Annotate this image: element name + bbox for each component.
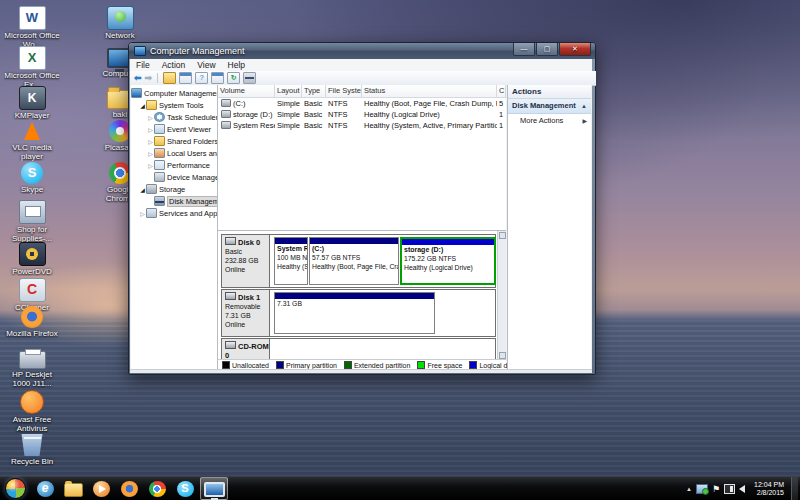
volume-row-storage-d[interactable]: storage (D:) Simple Basic NTFS Healthy (…	[218, 109, 506, 120]
desktop-icon-word[interactable]: Microsoft Office Wo...	[4, 6, 60, 49]
help-icon[interactable]: ?	[195, 72, 208, 84]
device-manager-icon	[154, 172, 165, 182]
show-window-icon[interactable]	[179, 72, 192, 84]
desktop-icon-vlc[interactable]: VLC media player	[4, 120, 60, 161]
expander-closed-icon[interactable]: ▷	[147, 138, 154, 145]
volume-layout: Simple	[275, 120, 302, 131]
console-tree-icon[interactable]	[163, 72, 176, 84]
desktop-icon-recycle-bin[interactable]: Recycle Bin	[4, 434, 60, 466]
expander-closed-icon[interactable]: ▷	[147, 114, 154, 121]
tree-item-services-applications[interactable]: ▷ Services and Applications	[131, 207, 217, 219]
desktop-icon-network[interactable]: Network	[92, 6, 148, 40]
drive-icon	[221, 110, 231, 118]
back-icon[interactable]: ⬅	[134, 73, 142, 83]
tree-label: Services and Applications	[159, 209, 218, 218]
maximize-button[interactable]: ▢	[536, 43, 558, 56]
tree-item-storage[interactable]: ◢ Storage	[131, 183, 217, 195]
volume-fs: NTFS	[326, 109, 362, 120]
taskbar-windows-explorer[interactable]	[60, 478, 86, 499]
actions-section-disk-management[interactable]: Disk Management ▲	[508, 99, 591, 114]
taskbar-skype[interactable]: S	[172, 478, 198, 499]
volume-row-system-reserved[interactable]: System Reserved Simple Basic NTFS Health…	[218, 120, 506, 131]
volume-name: (C:)	[218, 98, 275, 109]
taskbar-chrome[interactable]	[144, 478, 170, 499]
desktop-icon-kmplayer[interactable]: KMPlayer	[4, 86, 60, 120]
tree-item-disk-management[interactable]: Disk Management	[131, 195, 217, 207]
taskbar-computer-management-active[interactable]	[200, 477, 228, 500]
tree-label: Shared Folders	[167, 137, 218, 146]
network-tray-icon[interactable]	[696, 484, 708, 494]
tree-item-task-scheduler[interactable]: ▷ Task Scheduler	[131, 111, 217, 123]
taskbar-firefox[interactable]	[116, 478, 142, 499]
desktop-icon-avast[interactable]: Avast Free Antivirus	[4, 390, 60, 433]
desktop-icon-hp-deskjet[interactable]: HP Deskjet 1000 J11...	[4, 348, 60, 388]
more-actions-item[interactable]: More Actions ▶	[508, 114, 591, 128]
disk-icon	[225, 292, 236, 300]
desktop-icon-label: Skype	[4, 185, 60, 194]
minimize-button[interactable]: —	[513, 43, 535, 56]
col-volume[interactable]: Volume	[218, 85, 275, 97]
menu-help[interactable]: Help	[222, 60, 251, 70]
volume-row-c[interactable]: (C:) Simple Basic NTFS Healthy (Boot, Pa…	[218, 98, 506, 109]
col-capacity[interactable]: C	[497, 85, 506, 97]
volume-tray-icon[interactable]	[739, 485, 745, 493]
tree-item-shared-folders[interactable]: ▷ Shared Folders	[131, 135, 217, 147]
tree-item-event-viewer[interactable]: ▷ Event Viewer	[131, 123, 217, 135]
expander-closed-icon[interactable]: ▷	[147, 126, 154, 133]
taskbar-media-player[interactable]	[88, 478, 114, 499]
start-button[interactable]	[5, 478, 26, 499]
show-hidden-icons-chevron[interactable]: ▲	[686, 486, 692, 492]
desktop-icon-skype[interactable]: Skype	[4, 162, 60, 194]
partition-removable[interactable]: 7.31 GB	[274, 292, 435, 334]
col-type[interactable]: Type	[302, 85, 326, 97]
tree-item-device-manager[interactable]: Device Manager	[131, 171, 217, 183]
skype-icon	[21, 162, 43, 184]
partition-c[interactable]: (C:) 57.57 GB NTFS Healthy (Boot, Page F…	[309, 237, 399, 285]
forward-icon[interactable]: ➡	[145, 73, 153, 83]
computer-management-window: Computer Management — ▢ ✕ File Action Vi…	[128, 42, 596, 375]
tree-item-local-users-groups[interactable]: ▷ Local Users and Groups	[131, 147, 217, 159]
expander-closed-icon[interactable]: ▷	[139, 210, 146, 217]
volume-capacity: 5	[497, 98, 506, 109]
actions-pane: Actions Disk Management ▲ More Actions ▶	[507, 85, 591, 370]
expander-closed-icon[interactable]: ▷	[147, 162, 154, 169]
disk-1-label[interactable]: Disk 1 Removable 7.31 GB Online	[222, 290, 270, 336]
vertical-scrollbar[interactable]	[497, 231, 506, 360]
partition-storage-d[interactable]: storage (D:) 175.22 GB NTFS Healthy (Log…	[400, 237, 496, 285]
close-button[interactable]: ✕	[559, 43, 591, 56]
desktop-icon-shop-for-supplies[interactable]: Shop for Supplies-...	[4, 200, 60, 243]
storage-icon	[146, 184, 157, 194]
desktop-icon-excel[interactable]: Microsoft Office Ex...	[4, 46, 60, 89]
tree-item-performance[interactable]: ▷ Performance	[131, 159, 217, 171]
disk-tool-icon[interactable]	[243, 72, 256, 84]
clock[interactable]: 12:04 PM 2/8/2015	[751, 481, 787, 497]
expander-open-icon[interactable]: ◢	[139, 102, 146, 109]
volume-list: Volume Layout Type File System Status C …	[218, 85, 506, 231]
collapse-icon[interactable]: ▲	[581, 99, 587, 113]
show-desktop-button[interactable]	[791, 477, 798, 500]
cdrom-0-label[interactable]: CD-ROM 0 DVD (E:) No Media	[222, 339, 270, 360]
menu-action[interactable]: Action	[156, 60, 192, 70]
disk-0-label[interactable]: Disk 0 Basic 232.88 GB Online	[222, 235, 270, 287]
expander-closed-icon[interactable]: ▷	[147, 150, 154, 157]
menu-view[interactable]: View	[191, 60, 221, 70]
col-status[interactable]: Status	[362, 85, 497, 97]
menu-file[interactable]: File	[130, 60, 156, 70]
taskbar-internet-explorer[interactable]: e	[32, 478, 58, 499]
tree-item-computer-management[interactable]: Computer Management (Local	[131, 87, 217, 99]
action-center-flag-icon[interactable]: ⚑	[712, 484, 720, 494]
disk-0-row: Disk 0 Basic 232.88 GB Online System Res…	[221, 234, 496, 288]
partition-system-reserved[interactable]: System Res 100 MB NTF Healthy (Sy	[274, 237, 308, 285]
col-filesystem[interactable]: File System	[326, 85, 362, 97]
refresh-icon[interactable]: ↻	[227, 72, 240, 84]
desktop-icon-powerdvd[interactable]: PowerDVD	[4, 242, 60, 276]
window-titlebar[interactable]: Computer Management — ▢ ✕	[129, 43, 595, 59]
expander-open-icon[interactable]: ◢	[139, 186, 146, 193]
printer-icon	[19, 351, 46, 369]
desktop-icon-label: Mozilla Firefox	[4, 329, 60, 338]
desktop-icon-firefox[interactable]: Mozilla Firefox	[4, 306, 60, 338]
panel-view-icon[interactable]	[211, 72, 224, 84]
tree-item-system-tools[interactable]: ◢ System Tools	[131, 99, 217, 111]
col-layout[interactable]: Layout	[275, 85, 302, 97]
toolbar: ⬅ ➡ ? ↻	[130, 71, 596, 86]
